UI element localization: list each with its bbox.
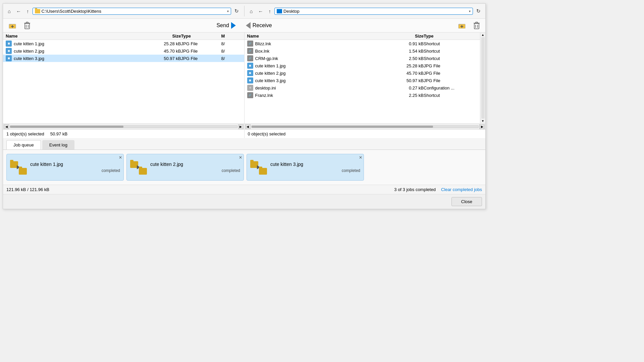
right-file-table: Name Size Type 🔗Blizz.lnk 0.91 kB Shortc… [245, 33, 480, 123]
lnk-icon: 🔗 [247, 41, 253, 47]
folder-transfer-icon [10, 160, 27, 175]
file-name: CRM-gp.lnk [255, 56, 278, 61]
left-file-rows: ▣ cute kitten 1.jpg 25.28 kB JPG File 8/… [3, 40, 244, 122]
file-name: cute kitten 1.jpg [255, 63, 286, 68]
right-address-group: ⌂ ← ↑ ▾ ↻ [248, 7, 483, 15]
scroll-left-button[interactable]: ◀ [245, 124, 251, 129]
right-vertical-scrollbar[interactable]: ▲ ▼ [480, 33, 485, 123]
job-filename: cute kitten 1.jpg [30, 162, 120, 167]
table-row[interactable]: ▣cute kitten 3.jpg 50.97 kB JPG File [245, 77, 480, 84]
table-row[interactable]: ▣ cute kitten 2.jpg 45.70 kB JPG File 8/ [3, 47, 244, 55]
right-delete-button[interactable] [471, 20, 483, 31]
file-name: Box.lnk [255, 49, 270, 54]
svg-rect-3 [25, 23, 30, 29]
left-back-button[interactable]: ← [14, 7, 23, 15]
bottom-bar: 121.96 kB / 121.96 kB 3 of 3 jobs comple… [3, 185, 485, 194]
scroll-track[interactable] [251, 125, 479, 128]
table-row[interactable]: 🔗Blizz.lnk 0.91 kB Shortcut [245, 40, 480, 47]
tab-job-queue[interactable]: Job queue [6, 140, 41, 149]
tab-event-log[interactable]: Event log [42, 140, 74, 149]
file-type: Shortcut [424, 49, 477, 54]
send-button[interactable]: Send [213, 20, 239, 31]
file-name: Blizz.lnk [255, 41, 271, 46]
file-panes: Name Size Type M ▣ cute kitten 1.jpg 25.… [3, 33, 485, 130]
file-name-cell: ▣ cute kitten 3.jpg [6, 55, 151, 61]
file-type: Shortcut [424, 93, 477, 98]
scroll-left-button[interactable]: ◀ [4, 124, 9, 129]
jpg-icon: ▣ [247, 63, 253, 69]
table-row[interactable]: ▣cute kitten 2.jpg 45.70 kB JPG File [245, 69, 480, 77]
file-type: JPG File [181, 41, 221, 46]
file-size: 45.70 kB [151, 49, 181, 54]
job-close-button[interactable]: ✕ [119, 156, 122, 160]
vscroll-down-button[interactable]: ▼ [481, 119, 484, 123]
right-up-button[interactable]: ↑ [267, 7, 273, 15]
vscroll-track[interactable] [481, 37, 485, 119]
ini-icon: ⚙ [247, 85, 253, 91]
job-status: completed [30, 168, 120, 173]
right-back-button[interactable]: ← [256, 7, 265, 15]
lnk-icon: 🔗 [247, 48, 253, 54]
table-row[interactable]: ▣ cute kitten 3.jpg 50.97 kB JPG File 8/ [3, 55, 244, 62]
right-address-dropdown[interactable]: ▾ [469, 9, 471, 13]
left-address-bar[interactable]: ▾ [33, 8, 231, 15]
file-name: cute kitten 2.jpg [14, 49, 44, 54]
file-name-cell: ▣ cute kitten 2.jpg [6, 48, 151, 54]
left-new-folder-button[interactable] [6, 21, 19, 30]
left-file-table: Name Size Type M ▣ cute kitten 1.jpg 25.… [3, 33, 244, 123]
right-status-bar: 0 object(s) selected [244, 130, 486, 138]
table-row[interactable]: ▣cute kitten 1.jpg 25.28 kB JPG File [245, 62, 480, 69]
scroll-right-button[interactable]: ▶ [238, 124, 244, 129]
table-row[interactable]: ▣ cute kitten 1.jpg 25.28 kB JPG File 8/ [3, 40, 244, 47]
close-button[interactable]: Close [451, 197, 482, 206]
file-size: 45.70 kB [393, 71, 424, 76]
status-bars: 1 object(s) selected 50.97 kB 0 object(s… [3, 130, 485, 138]
svg-rect-13 [474, 23, 479, 29]
left-up-button[interactable]: ↑ [24, 7, 31, 15]
file-size: 25.28 kB [393, 63, 424, 68]
left-address-input[interactable] [42, 9, 226, 14]
vscroll-up-button[interactable]: ▲ [481, 33, 484, 37]
right-file-rows: 🔗Blizz.lnk 0.91 kB Shortcut 🔗Box.lnk 1.5… [245, 40, 480, 122]
right-address-bar[interactable]: ▾ [274, 8, 473, 15]
lnk-icon: 🔗 [247, 55, 253, 61]
folder-right-icon [139, 168, 147, 175]
right-new-folder-button[interactable] [455, 21, 469, 30]
right-file-table-wrap: Name Size Type 🔗Blizz.lnk 0.91 kB Shortc… [245, 33, 486, 123]
scroll-track[interactable] [10, 125, 237, 128]
table-row[interactable]: ⚙desktop.ini 0.27 kB Configuration ... [245, 84, 480, 92]
left-delete-button[interactable] [21, 20, 33, 31]
right-address-input[interactable] [283, 9, 468, 14]
job-card: ✕ cute kitten 3.jpg completed [247, 154, 364, 181]
file-modified: 8/ [221, 56, 241, 61]
left-file-pane: Name Size Type M ▣ cute kitten 1.jpg 25.… [3, 33, 244, 129]
job-close-button[interactable]: ✕ [359, 156, 362, 160]
file-modified: 8/ [221, 49, 241, 54]
left-horizontal-scrollbar[interactable]: ◀ ▶ [3, 123, 244, 129]
file-size: 2.25 kB [393, 93, 424, 98]
jpg-icon: ▣ [247, 70, 253, 76]
table-row[interactable]: 🔗Franz.lnk 2.25 kB Shortcut [245, 92, 480, 99]
right-refresh-button[interactable]: ↻ [474, 7, 483, 15]
address-bars: ⌂ ← ↑ ▾ ↻ ⌂ ← ↑ ▾ ↻ [3, 4, 485, 19]
left-home-button[interactable]: ⌂ [6, 7, 13, 15]
left-address-dropdown[interactable]: ▾ [227, 9, 229, 13]
right-type-header: Type [424, 34, 477, 39]
scroll-thumb [10, 126, 123, 128]
right-horizontal-scrollbar[interactable]: ◀ ▶ [245, 123, 486, 129]
job-close-button[interactable]: ✕ [239, 156, 242, 160]
job-cards: ✕ cute kitten 1.jpg completed ✕ [3, 150, 485, 185]
right-desktop-icon [277, 9, 282, 13]
right-home-button[interactable]: ⌂ [248, 7, 255, 15]
scroll-right-button[interactable]: ▶ [479, 124, 485, 129]
file-type: JPG File [181, 56, 221, 61]
toolbar-center: Send Receive [213, 20, 275, 31]
jpg-icon: ▣ [6, 41, 12, 47]
left-selected-count: 1 object(s) selected [6, 131, 44, 136]
receive-button[interactable]: Receive [242, 20, 276, 31]
left-refresh-button[interactable]: ↻ [232, 7, 241, 15]
folder-transfer-icon [250, 160, 267, 175]
table-row[interactable]: 🔗CRM-gp.lnk 2.50 kB Shortcut [245, 55, 480, 62]
clear-completed-jobs-link[interactable]: Clear completed jobs [441, 187, 482, 192]
table-row[interactable]: 🔗Box.lnk 1.54 kB Shortcut [245, 47, 480, 55]
